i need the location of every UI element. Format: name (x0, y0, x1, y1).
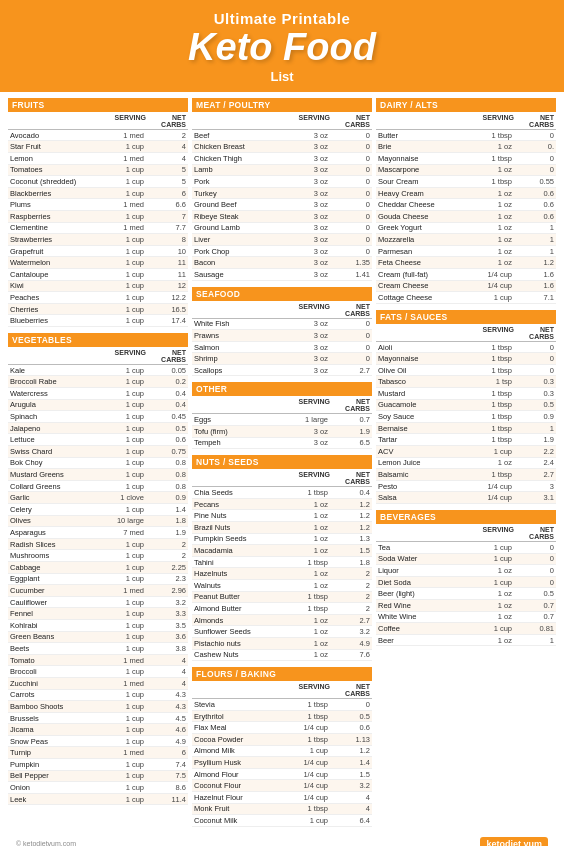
row-carbs: 1.2 (328, 511, 370, 520)
row-serving: 1 oz (290, 569, 328, 578)
meat-title: MEAT / POULTRY (192, 98, 372, 112)
row-name: Tahini (194, 558, 290, 567)
table-row: Tomatoes 1 cup 5 (8, 165, 188, 177)
fats-rows: Aioli 1 tbsp 0 Mayonnaise 1 tbsp 0 Olive… (376, 342, 556, 504)
row-serving: 3 oz (290, 235, 328, 244)
row-name: Raspberries (10, 212, 106, 221)
row-carbs: 3.8 (144, 644, 186, 653)
row-serving: 1 cup (106, 621, 144, 630)
meat-section: MEAT / POULTRY SERVING NET CARBS Beef 3 … (192, 98, 372, 281)
row-name: Pine Nuts (194, 511, 290, 520)
row-name: Mushrooms (10, 551, 106, 560)
row-serving: 1 oz (474, 189, 512, 198)
row-name: Cream (full-fat) (378, 270, 474, 279)
row-carbs: 0.8 (144, 482, 186, 491)
table-row: Tartar 1 tbsp 1.9 (376, 434, 556, 446)
row-serving: 1 med (106, 154, 144, 163)
row-carbs: 1.3 (328, 534, 370, 543)
row-carbs: 5 (144, 165, 186, 174)
content-area: FRUITS SERVING NET CARBS Avocado 1 med 2… (0, 92, 564, 846)
row-name: Walnuts (194, 581, 290, 590)
row-serving: 1/4 cup (474, 482, 512, 491)
row-name: Coffee (378, 624, 474, 633)
row-carbs: 1 (512, 247, 554, 256)
row-name: Pumpkin Seeds (194, 534, 290, 543)
row-carbs: 2.4 (512, 458, 554, 467)
row-carbs: 0.6 (512, 200, 554, 209)
row-carbs: 2 (328, 604, 370, 613)
col-header-name (194, 398, 294, 412)
row-carbs: 1.2 (512, 258, 554, 267)
row-name: Zucchini (10, 679, 106, 688)
row-carbs: 1.35 (328, 258, 370, 267)
table-row: Asparagus 7 med 1.9 (8, 527, 188, 539)
row-carbs: 0 (328, 142, 370, 151)
row-name: Parmesan (378, 247, 474, 256)
row-name: Stevia (194, 700, 290, 709)
row-name: Tomato (10, 656, 106, 665)
row-serving: 1 cup (106, 377, 144, 386)
row-serving: 1 oz (474, 566, 512, 575)
row-serving: 1 med (106, 223, 144, 232)
table-row: Bamboo Shoots 1 cup 4.3 (8, 701, 188, 713)
table-row: Aioli 1 tbsp 0 (376, 342, 556, 354)
beverages-rows: Tea 1 cup 0 Soda Water 1 cup 0 Liquor 1 … (376, 542, 556, 646)
row-serving: 1 oz (290, 534, 328, 543)
row-name: Liver (194, 235, 290, 244)
table-row: Cauliflower 1 cup 3.2 (8, 597, 188, 609)
row-carbs: 0.5 (512, 589, 554, 598)
row-carbs: 0.05 (144, 366, 186, 375)
row-name: Beer (light) (378, 589, 474, 598)
row-carbs: 1.5 (328, 770, 370, 779)
row-carbs: 6.4 (328, 816, 370, 825)
row-serving: 1 oz (474, 636, 512, 645)
table-row: Almond Butter 1 tbsp 2 (192, 603, 372, 615)
row-serving: 1 oz (474, 612, 512, 621)
row-serving: 1/4 cup (474, 281, 512, 290)
col-header-name (378, 114, 478, 128)
row-carbs: 0.7 (512, 601, 554, 610)
table-row: Scallops 3 oz 2.7 (192, 365, 372, 377)
row-serving: 1 cup (106, 458, 144, 467)
table-row: Radish Slices 1 cup 2 (8, 539, 188, 551)
col-header-serving: SERVING (110, 114, 146, 128)
row-name: Cottage Cheese (378, 293, 474, 302)
row-name: Broccoli (10, 667, 106, 676)
row-carbs: 0 (512, 578, 554, 587)
table-row: Spinach 1 cup 0.45 (8, 411, 188, 423)
row-name: Olive Oil (378, 366, 474, 375)
col-header-name (194, 683, 294, 697)
table-row: Flax Meal 1/4 cup 0.6 (192, 722, 372, 734)
table-row: Heavy Cream 1 oz 0.6 (376, 188, 556, 200)
row-carbs: 0 (328, 235, 370, 244)
nuts-rows: Chia Seeds 1 tbsp 0.4 Pecans 1 oz 1.2 Pi… (192, 487, 372, 661)
table-row: Clementine 1 med 7.7 (8, 223, 188, 235)
table-row: Peanut Butter 1 tbsp 2 (192, 592, 372, 604)
table-row: Kale 1 cup 0.05 (8, 365, 188, 377)
row-carbs: 7.7 (144, 223, 186, 232)
row-carbs: 0.55 (512, 177, 554, 186)
row-carbs: 1.13 (328, 735, 370, 744)
col-header-carbs: NET CARBS (330, 683, 370, 697)
row-carbs: 4.3 (144, 690, 186, 699)
row-carbs: 0.9 (144, 493, 186, 502)
row-name: Pumpkin (10, 760, 106, 769)
col-header-carbs: NET CARBS (146, 114, 186, 128)
row-name: Almond Butter (194, 604, 290, 613)
row-carbs: 7 (144, 212, 186, 221)
nuts-title: NUTS / SEEDS (192, 455, 372, 469)
table-row: Stevia 1 tbsp 0 (192, 699, 372, 711)
row-serving: 1 tbsp (290, 804, 328, 813)
row-name: Salsa (378, 493, 474, 502)
col-header-serving: SERVING (294, 683, 330, 697)
row-carbs: 6.6 (144, 200, 186, 209)
row-serving: 3 oz (290, 131, 328, 140)
table-row: Cocoa Powder 1 tbsp 1.13 (192, 734, 372, 746)
row-serving: 1 cup (474, 554, 512, 563)
table-row: Tofu (firm) 3 oz 1.9 (192, 426, 372, 438)
row-serving: 1/4 cup (290, 723, 328, 732)
row-serving: 1/4 cup (290, 781, 328, 790)
row-serving: 1 oz (474, 589, 512, 598)
row-carbs: 16.5 (144, 305, 186, 314)
row-serving: 1 cup (106, 551, 144, 560)
